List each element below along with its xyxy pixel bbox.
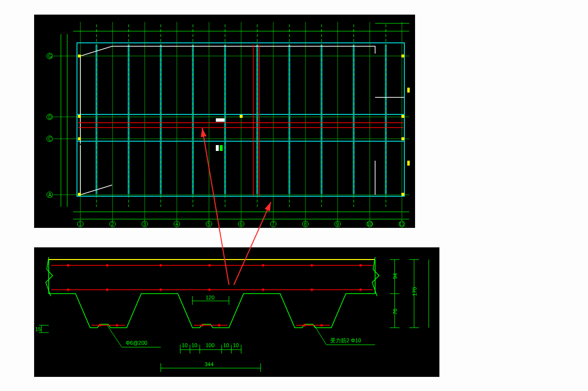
grid-v-4: 4 [175, 222, 178, 227]
label-main-text: 受力筋2 Φ10 [330, 337, 361, 343]
svg-point-84 [160, 264, 162, 267]
horizontal-grids: A C D G [47, 34, 409, 207]
svg-rect-68 [401, 193, 404, 196]
svg-rect-74 [220, 145, 223, 151]
grid-v-6: 6 [240, 222, 243, 227]
svg-point-85 [209, 264, 211, 267]
svg-rect-72 [216, 118, 225, 122]
svg-line-115 [107, 325, 122, 347]
grid-v-2: 2 [111, 222, 114, 227]
dim-overall-text: 344 [205, 361, 213, 367]
grid-v-1: 1 [79, 222, 82, 227]
svg-rect-69 [240, 115, 243, 118]
svg-point-88 [360, 264, 362, 267]
svg-point-100 [303, 324, 306, 327]
break-lines [46, 257, 379, 296]
dim-sub-d: 10 [223, 342, 229, 348]
svg-point-89 [67, 289, 70, 291]
dim-sub-a: 10 [182, 342, 188, 348]
grid-h-A: A [48, 192, 52, 198]
svg-point-96 [99, 324, 101, 327]
slab-profile [49, 260, 375, 328]
svg-point-86 [262, 264, 265, 267]
section-view-canvas: 120 10 10 100 10 10 344 [34, 247, 439, 377]
svg-rect-34 [77, 43, 404, 196]
svg-rect-70 [407, 88, 410, 93]
slab-outline [77, 43, 404, 196]
svg-point-90 [106, 289, 109, 291]
grid-v-11: 11 [399, 222, 405, 227]
dim-sub-e: 10 [233, 342, 239, 348]
svg-point-99 [218, 324, 221, 327]
dim-left-15-text: 15 [35, 326, 41, 332]
svg-point-101 [321, 324, 323, 327]
grid-h-C: C [48, 136, 52, 142]
svg-rect-61 [78, 55, 81, 57]
grid-v-5: 5 [208, 222, 210, 227]
dim-sub-c: 100 [206, 342, 214, 348]
svg-point-93 [262, 289, 265, 291]
svg-point-98 [201, 324, 204, 327]
grid-h-G: G [48, 54, 52, 59]
dim-heights [390, 260, 429, 328]
dim-h-upper: 94 [392, 273, 398, 279]
plan-view-canvas: 1 2 3 4 5 6 7 8 9 10 11 [34, 15, 415, 228]
dim-top-gap-text: 120 [206, 295, 214, 300]
svg-point-97 [116, 324, 118, 327]
svg-rect-66 [401, 115, 404, 118]
dim-h-lower: 76 [392, 309, 398, 315]
page-root: 1 2 3 4 5 6 7 8 9 10 11 [0, 0, 588, 391]
plan-view-svg: 1 2 3 4 5 6 7 8 9 10 11 [34, 15, 415, 228]
grid-v-8: 8 [304, 222, 307, 227]
svg-rect-71 [407, 161, 410, 166]
svg-rect-73 [216, 145, 219, 151]
svg-rect-62 [78, 115, 81, 118]
svg-point-94 [311, 289, 313, 291]
grid-v-10: 10 [367, 222, 373, 227]
svg-rect-67 [401, 137, 404, 140]
section-view-svg: 120 10 10 100 10 10 344 [34, 247, 439, 377]
grid-v-7: 7 [272, 222, 275, 227]
svg-rect-65 [401, 55, 404, 57]
svg-rect-63 [78, 137, 81, 140]
svg-point-87 [311, 264, 313, 267]
svg-line-117 [314, 325, 326, 345]
svg-rect-64 [78, 193, 81, 196]
grid-h-D: D [48, 114, 52, 120]
grid-v-9: 9 [336, 222, 339, 227]
dim-sub-b: 10 [191, 342, 197, 348]
svg-point-83 [106, 264, 109, 267]
plan-center-marks [216, 118, 225, 151]
grid-v-3: 3 [143, 222, 146, 227]
dim-h-total: 170 [412, 287, 417, 296]
svg-point-95 [360, 289, 362, 291]
svg-point-91 [160, 289, 162, 291]
svg-point-82 [67, 264, 70, 267]
label-distribution-text: Φ6@200 [126, 340, 147, 346]
svg-point-92 [209, 289, 211, 291]
